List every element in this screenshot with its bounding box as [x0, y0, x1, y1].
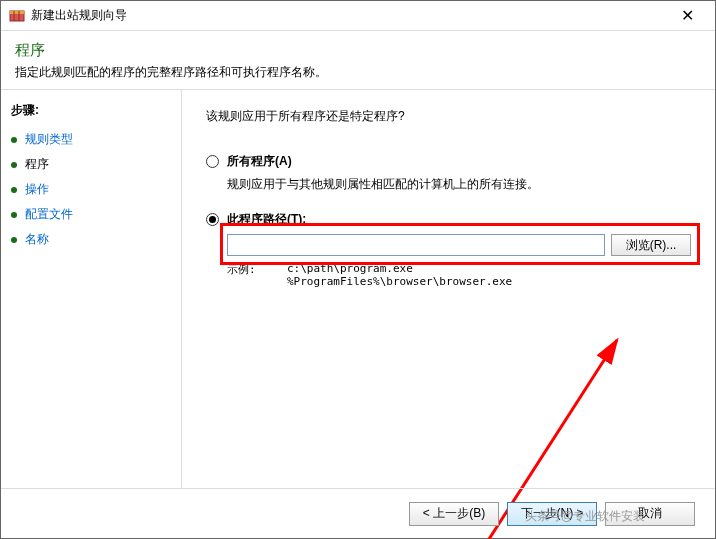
close-button[interactable]: ✕ — [667, 2, 707, 30]
main-panel: 该规则应用于所有程序还是特定程序? 所有程序(A) 规则应用于与其他规则属性相匹… — [181, 90, 715, 488]
sidebar-step-3[interactable]: 配置文件 — [11, 202, 171, 227]
step-bullet-icon — [11, 137, 17, 143]
browse-button[interactable]: 浏览(R)... — [611, 234, 691, 256]
page-title: 程序 — [15, 41, 701, 60]
radio-all-circle[interactable] — [206, 155, 219, 168]
radio-path-circle[interactable] — [206, 213, 219, 226]
footer: < 上一步(B) 下一步(N) > 取消 头条号@专业软件安装 — [1, 488, 715, 538]
step-label: 名称 — [25, 231, 49, 248]
step-label: 程序 — [25, 156, 49, 173]
wizard-window: 新建出站规则向导 ✕ 程序 指定此规则匹配的程序的完整程序路径和可执行程序名称。… — [0, 0, 716, 539]
sidebar-step-4[interactable]: 名称 — [11, 227, 171, 252]
step-bullet-icon — [11, 212, 17, 218]
step-bullet-icon — [11, 187, 17, 193]
titlebar: 新建出站规则向导 ✕ — [1, 1, 715, 31]
sidebar-step-1: 程序 — [11, 152, 171, 177]
window-title: 新建出站规则向导 — [31, 7, 667, 24]
radio-all-desc: 规则应用于与其他规则属性相匹配的计算机上的所有连接。 — [227, 176, 691, 193]
radio-path-label: 此程序路径(T): — [227, 211, 306, 228]
sidebar-step-0[interactable]: 规则类型 — [11, 127, 171, 152]
program-path-input[interactable] — [227, 234, 605, 256]
radio-group: 所有程序(A) 规则应用于与其他规则属性相匹配的计算机上的所有连接。 此程序路径… — [206, 153, 691, 288]
firewall-icon — [9, 8, 25, 24]
sidebar-step-2[interactable]: 操作 — [11, 177, 171, 202]
path-input-row: 浏览(R)... — [227, 234, 691, 256]
cancel-button[interactable]: 取消 — [605, 502, 695, 526]
back-button[interactable]: < 上一步(B) — [409, 502, 499, 526]
sidebar: 步骤: 规则类型程序操作配置文件名称 — [1, 90, 181, 488]
radio-program-path[interactable]: 此程序路径(T): — [206, 211, 691, 228]
steps-label: 步骤: — [11, 102, 171, 119]
step-bullet-icon — [11, 237, 17, 243]
svg-rect-1 — [10, 11, 24, 14]
radio-all-programs[interactable]: 所有程序(A) — [206, 153, 691, 170]
next-button[interactable]: 下一步(N) > — [507, 502, 597, 526]
header: 程序 指定此规则匹配的程序的完整程序路径和可执行程序名称。 — [1, 31, 715, 89]
step-label: 规则类型 — [25, 131, 73, 148]
step-bullet-icon — [11, 162, 17, 168]
question-text: 该规则应用于所有程序还是特定程序? — [206, 108, 691, 125]
step-label: 操作 — [25, 181, 49, 198]
radio-all-label: 所有程序(A) — [227, 153, 292, 170]
example-paths: c:\path\program.exe %ProgramFiles%\brows… — [287, 262, 512, 288]
step-label: 配置文件 — [25, 206, 73, 223]
body: 步骤: 规则类型程序操作配置文件名称 该规则应用于所有程序还是特定程序? 所有程… — [1, 90, 715, 488]
example-label: 示例: — [227, 262, 287, 288]
page-subtitle: 指定此规则匹配的程序的完整程序路径和可执行程序名称。 — [15, 64, 701, 81]
example-row: 示例: c:\path\program.exe %ProgramFiles%\b… — [227, 262, 691, 288]
